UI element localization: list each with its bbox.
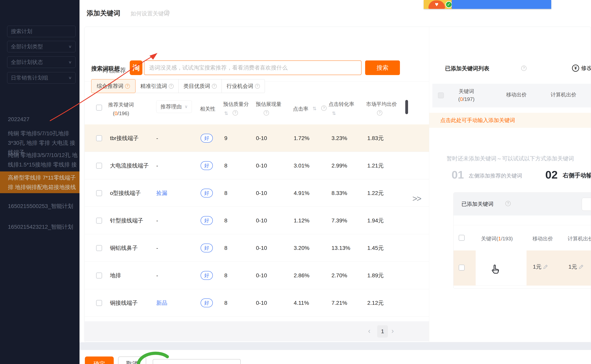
confirm-button[interactable]: 确定 bbox=[85, 357, 114, 364]
row-checkbox[interactable] bbox=[96, 245, 102, 251]
select-all-checkbox[interactable] bbox=[96, 105, 102, 110]
col-mobile-bid: 移动出价 bbox=[532, 235, 553, 242]
prev-page-icon[interactable]: ‹ bbox=[368, 327, 370, 335]
word-type-tab-comprehensive[interactable]: 综合推荐词 ? bbox=[91, 79, 135, 93]
help-icon[interactable]: ? bbox=[505, 201, 511, 206]
help-icon[interactable]: ? bbox=[521, 65, 526, 71]
help-icon[interactable]: ? bbox=[255, 84, 260, 89]
plan-status-dropdown[interactable]: 全部计划状态 ∨ bbox=[7, 57, 75, 68]
col-keyword: 推荐关键词 (0/196) bbox=[104, 100, 138, 118]
table-row[interactable]: 大电流接线端子 - 好 8 0-10 3.01% 2.99% 1.21元 bbox=[85, 152, 429, 179]
row-keyword: 地排 bbox=[110, 262, 121, 289]
help-icon[interactable]: ? bbox=[321, 105, 327, 111]
row-ctr: 3.20% bbox=[294, 234, 309, 262]
row-ctr: 1.72% bbox=[294, 124, 309, 152]
col-quality: 预估质量分 bbox=[223, 101, 249, 108]
row-quality: 8 bbox=[224, 289, 228, 317]
row-price: 1.94元 bbox=[367, 207, 384, 234]
help-icon[interactable]: ? bbox=[125, 84, 130, 89]
taobao-mascot-icon: ♥ bbox=[428, 0, 445, 9]
help-icon[interactable]: ? bbox=[233, 110, 238, 116]
sidebar-plan-item-selected[interactable]: 高桥型零线排 7*11零线端子排 地排铜排配电箱接地接线端子 bbox=[0, 171, 80, 193]
row-checkbox[interactable] bbox=[96, 135, 102, 141]
help-link[interactable]: 如何设置关键词 bbox=[131, 10, 169, 17]
row-checkbox[interactable] bbox=[96, 273, 102, 279]
plan-group-dropdown[interactable]: 日常销售计划组 ∨ bbox=[7, 72, 75, 84]
table-row[interactable]: 针型接线端子 - 好 8 0-10 1.12% 7.39% 1.94元 bbox=[85, 207, 429, 234]
row-checkbox[interactable] bbox=[96, 218, 102, 224]
chevron-down-icon: ∨ bbox=[68, 76, 72, 80]
help-icon[interactable]: ? bbox=[264, 110, 269, 116]
plan-search-box[interactable] bbox=[7, 26, 75, 37]
chevron-down-icon: ∨ bbox=[68, 60, 72, 64]
row-checkbox[interactable] bbox=[459, 265, 465, 271]
table-row[interactable]: o型接线端子 捡漏 好 8 0-10 4.91% 8.33% 1.22元 bbox=[85, 179, 429, 207]
table-row[interactable]: tbr接线端子 - 好 9 0-10 1.72% 3.23% 1.83元 bbox=[85, 124, 429, 152]
relevance-badge: 好 bbox=[201, 161, 213, 170]
row-checkbox[interactable] bbox=[96, 190, 102, 196]
row-impressions: 0-10 bbox=[256, 179, 267, 207]
sidebar-plan-item[interactable]: 2022427 bbox=[0, 115, 80, 124]
row-ctr: 4.91% bbox=[294, 179, 309, 207]
relevance-badge: 好 bbox=[201, 188, 213, 197]
edit-pencil-icon[interactable] bbox=[543, 264, 548, 270]
cancel-button[interactable]: 取消 bbox=[118, 357, 146, 364]
search-button[interactable]: 搜索 bbox=[365, 60, 400, 75]
modify-bid-button[interactable]: ¥ 修改 bbox=[572, 64, 591, 72]
reason-filter-dropdown[interactable]: 推荐理由 ∨ bbox=[156, 100, 192, 113]
col-cvr: 点击转化率 bbox=[329, 101, 354, 108]
collapse-panel-icon[interactable]: >> bbox=[412, 194, 421, 203]
table-row[interactable]: 地排 - 好 8 0-10 2.86% 2.70% 1.89元 bbox=[85, 262, 429, 289]
browser-extension-badge: ♥ ✓ bbox=[424, 0, 452, 9]
empty-state-hint: 暂时还未添加关键词～可以试试以下方式添加关键词 bbox=[429, 155, 591, 162]
word-type-tab-precise[interactable]: 精准引流词 ? bbox=[135, 79, 179, 93]
edit-pencil-icon[interactable] bbox=[578, 264, 584, 270]
select-all-checkbox[interactable] bbox=[459, 235, 465, 241]
row-cvr: 8.33% bbox=[331, 179, 347, 207]
keyword-search-input[interactable] bbox=[144, 60, 362, 75]
row-impressions: 0-10 bbox=[256, 124, 267, 152]
row-reason: - bbox=[156, 152, 158, 179]
help-icon[interactable]: ? bbox=[164, 10, 169, 15]
help-icon[interactable]: ? bbox=[169, 84, 174, 89]
col-pc-bid: 计算机出价 bbox=[568, 235, 591, 242]
word-type-label: 精准引流词 bbox=[141, 83, 167, 90]
sort-icon[interactable]: ⇅ bbox=[224, 110, 228, 116]
col-mobile-bid: 移动出价 bbox=[506, 91, 527, 98]
row-reason-link[interactable]: 捡漏 bbox=[156, 179, 167, 207]
plan-type-dropdown[interactable]: 全部计划类型 ∨ bbox=[7, 41, 75, 52]
row-quality: 8 bbox=[224, 234, 228, 262]
next-page-icon[interactable]: › bbox=[391, 327, 394, 335]
row-cvr: 13.13% bbox=[331, 234, 350, 262]
plan-group-label: 日常销售计划组 bbox=[11, 74, 48, 81]
step-1-label: 左侧添加推荐的关键词 bbox=[469, 172, 522, 179]
word-type-label: 综合推荐词 bbox=[97, 83, 123, 90]
row-reason: - bbox=[156, 262, 158, 289]
sidebar-plan-item[interactable]: 1650215500253_智能计划 bbox=[0, 202, 80, 211]
added-panel-button[interactable] bbox=[582, 198, 591, 211]
scrollbar-thumb[interactable] bbox=[405, 100, 408, 114]
row-price: 1.83元 bbox=[367, 124, 384, 152]
sort-icon[interactable]: ⇅ bbox=[332, 110, 336, 116]
page-number[interactable]: 1 bbox=[377, 325, 388, 338]
plan-search-input[interactable] bbox=[11, 28, 81, 35]
help-icon[interactable]: ? bbox=[212, 84, 217, 89]
word-type-tab-industry[interactable]: 行业机会词 ? bbox=[222, 79, 265, 93]
row-reason: - bbox=[156, 124, 158, 152]
added-panel-headbar: 已添加关键词 ? bbox=[454, 193, 591, 215]
added-keyword-row[interactable]: 1元 1元 bbox=[454, 250, 591, 286]
table-row[interactable]: 铜接线端子 新品 好 8 0-10 4.11% 7.21% 2.12元 bbox=[85, 289, 429, 317]
page-title: 添加关键词 bbox=[87, 9, 120, 18]
added-panel-table-header: 关键词(1/193) 移动出价 计算机出价 bbox=[454, 225, 591, 250]
row-reason-link[interactable]: 新品 bbox=[156, 289, 167, 317]
manual-add-link[interactable]: 点击此处可手动输入添加关键词 bbox=[429, 113, 591, 128]
row-cvr: 7.21% bbox=[331, 289, 347, 317]
sidebar-plan-item[interactable]: 1650215423212_智能计划 bbox=[0, 222, 80, 232]
sort-icon[interactable]: ⇅ bbox=[313, 106, 316, 111]
row-impressions: 0-10 bbox=[256, 207, 267, 234]
row-checkbox[interactable] bbox=[96, 300, 102, 306]
help-icon[interactable]: ? bbox=[377, 110, 382, 116]
row-checkbox[interactable] bbox=[96, 163, 102, 169]
word-type-tab-category[interactable]: 类目优质词 ? bbox=[179, 79, 222, 93]
table-row[interactable]: 铜铝线鼻子 - 好 8 0-10 3.20% 13.13% 1.45元 bbox=[85, 234, 429, 262]
